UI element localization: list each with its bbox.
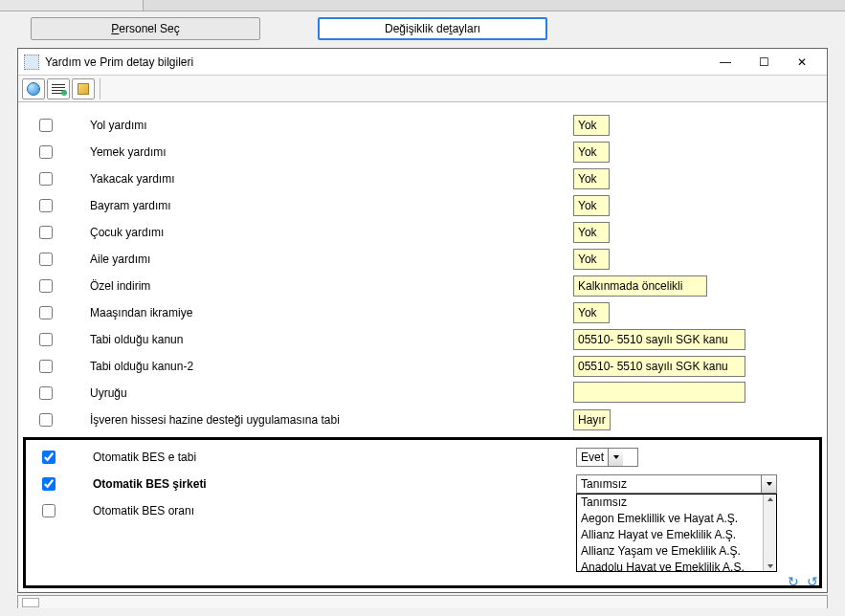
checkbox-yol[interactable] [39, 119, 53, 132]
label-bes-oran: Otomatik BES oranı [93, 504, 576, 517]
chevron-down-icon [608, 449, 623, 466]
personel-sec-label: Personel Seç [111, 22, 179, 35]
toolbar [18, 76, 827, 102]
row-bes-sirket: Otomatik BES şirketi Tanımsız Tanımsız A… [40, 471, 805, 497]
label-cocuk: Çocuk yardımı [90, 226, 573, 239]
dropdown-item[interactable]: Allianz Hayat ve Emeklilik A.Ş. [577, 527, 776, 543]
combo-bes-tabi-text: Evet [577, 449, 608, 466]
combo-bes-sirket-text: Tanımsız [577, 475, 761, 493]
label-aile: Aile yardımı [90, 253, 573, 266]
outer-footer-panel [17, 595, 828, 608]
row-kanun1: Tabi olduğu kanun 05510- 5510 sayılı SGK… [37, 326, 808, 353]
value-bayram[interactable]: Yok [573, 195, 610, 216]
minimize-button[interactable]: — [706, 51, 745, 74]
row-yemek: Yemek yardımı Yok [37, 139, 808, 165]
label-bayram: Bayram yardımı [90, 199, 573, 212]
label-kanun1: Tabi olduğu kanun [90, 333, 573, 346]
degisiklik-detaylari-label: Değişiklik detayları [385, 22, 480, 35]
content-area: Yol yardımı Yok Yemek yardımı Yok Yakaca… [18, 102, 827, 592]
label-uyruk: Uyruğu [90, 386, 573, 400]
checkbox-maas-ikramiye[interactable] [39, 306, 53, 319]
checkbox-ozel-indirim[interactable] [39, 279, 53, 293]
checkbox-kanun2[interactable] [39, 360, 53, 373]
export-icon [78, 83, 89, 95]
dropdown-item[interactable]: Aegon Emeklillik ve Hayat A.Ş. [577, 511, 776, 527]
titlebar: Yardım ve Prim detay bilgileri — ☐ ✕ [18, 49, 827, 76]
close-button[interactable]: ✕ [783, 51, 821, 74]
checkbox-yemek[interactable] [39, 145, 53, 159]
row-aile: Aile yardımı Yok [37, 246, 808, 273]
checkbox-bes-tabi[interactable] [42, 451, 56, 464]
value-yemek[interactable]: Yok [573, 142, 610, 163]
checkbox-bes-sirket[interactable] [42, 477, 56, 491]
dropdown-item[interactable]: Tanımsız [577, 495, 776, 511]
label-yemek: Yemek yardımı [90, 145, 573, 159]
window-title: Yardım ve Prim detay bilgileri [45, 55, 706, 69]
dropdown-item[interactable]: Allianz Yaşam ve Emeklilik A.Ş. [577, 543, 776, 560]
value-uyruk[interactable] [573, 382, 745, 403]
label-hazine: İşveren hissesi hazine desteği uygulamas… [90, 413, 573, 427]
dropdown-item[interactable]: Anadolu Hayat ve Emeklilik A.Ş. [577, 560, 776, 572]
value-ozel-indirim[interactable]: Kalkınmada öncelikli [573, 275, 707, 297]
combo-bes-sirket[interactable]: Tanımsız [576, 474, 777, 494]
confirm-icon[interactable]: ↺ [804, 573, 821, 590]
value-hazine[interactable]: Hayır [573, 409, 611, 430]
toolbar-list-button[interactable] [47, 78, 70, 99]
globe-icon [27, 82, 40, 96]
window-icon [24, 55, 39, 70]
value-kanun2[interactable]: 05510- 5510 sayılı SGK kanu [573, 356, 745, 377]
checkbox-hazine[interactable] [39, 413, 53, 427]
detail-window: Yardım ve Prim detay bilgileri — ☐ ✕ Yol… [17, 48, 828, 593]
value-cocuk[interactable]: Yok [573, 222, 610, 243]
dropdown-scrollbar[interactable] [763, 495, 776, 571]
label-bes-tabi: Otomatik BES e tabi [93, 451, 576, 464]
label-kanun2: Tabi olduğu kanun-2 [90, 360, 573, 373]
row-yakacak: Yakacak yardımı Yok [37, 165, 808, 192]
checkbox-yakacak[interactable] [39, 172, 53, 186]
toolbar-help-button[interactable] [22, 78, 45, 99]
label-bes-sirket: Otomatik BES şirketi [93, 477, 576, 491]
list-icon [52, 84, 65, 94]
tab-stub[interactable] [0, 0, 144, 11]
row-uyruk: Uyruğu [37, 380, 808, 407]
maximize-button[interactable]: ☐ [745, 51, 783, 74]
label-maas-ikramiye: Maaşından ikramiye [90, 306, 573, 319]
value-yakacak[interactable]: Yok [573, 168, 610, 189]
row-kanun2: Tabi olduğu kanun-2 05510- 5510 sayılı S… [37, 353, 808, 380]
checkbox-bes-oran[interactable] [42, 504, 56, 517]
degisiklik-detaylari-button[interactable]: Değişiklik detayları [318, 17, 547, 40]
value-kanun1[interactable]: 05510- 5510 sayılı SGK kanu [573, 329, 745, 350]
app-tab-strip [0, 0, 845, 11]
toolbar-export-button[interactable] [72, 78, 95, 99]
checkbox-uyruk[interactable] [39, 386, 53, 400]
toolbar-separator [100, 78, 100, 99]
label-ozel-indirim: Özel indirim [90, 279, 573, 293]
top-button-bar: Personel Seç Değişiklik detayları [0, 11, 845, 46]
chevron-down-icon [761, 475, 776, 493]
label-yol: Yol yardımı [90, 119, 573, 132]
bes-highlight-box: Otomatik BES e tabi Evet Otomatik BES şi… [23, 437, 822, 588]
label-yakacak: Yakacak yardımı [90, 172, 573, 186]
combo-bes-tabi[interactable]: Evet [576, 448, 638, 467]
checkbox-cocuk[interactable] [39, 226, 53, 239]
row-ozel-indirim: Özel indirim Kalkınmada öncelikli [37, 273, 808, 299]
checkbox-aile[interactable] [39, 253, 53, 266]
checkbox-bayram[interactable] [39, 199, 53, 212]
value-yol[interactable]: Yok [573, 115, 610, 136]
value-maas-ikramiye[interactable]: Yok [573, 302, 610, 323]
personel-sec-button[interactable]: Personel Seç [31, 17, 260, 40]
row-hazine: İşveren hissesi hazine desteği uygulamas… [37, 407, 808, 433]
dropdown-bes-sirket[interactable]: Tanımsız Aegon Emeklillik ve Hayat A.Ş. … [576, 494, 777, 572]
footer-icons: ↻ ↺ [785, 573, 821, 590]
value-aile[interactable]: Yok [573, 249, 610, 270]
row-bes-tabi: Otomatik BES e tabi Evet [40, 444, 805, 471]
outer-footer-strip [22, 598, 39, 607]
row-cocuk: Çocuk yardımı Yok [37, 219, 808, 246]
row-maas-ikramiye: Maaşından ikramiye Yok [37, 299, 808, 326]
row-bayram: Bayram yardımı Yok [37, 192, 808, 219]
refresh-icon[interactable]: ↻ [785, 573, 802, 590]
checkbox-kanun1[interactable] [39, 333, 53, 346]
row-yol: Yol yardımı Yok [37, 112, 808, 139]
